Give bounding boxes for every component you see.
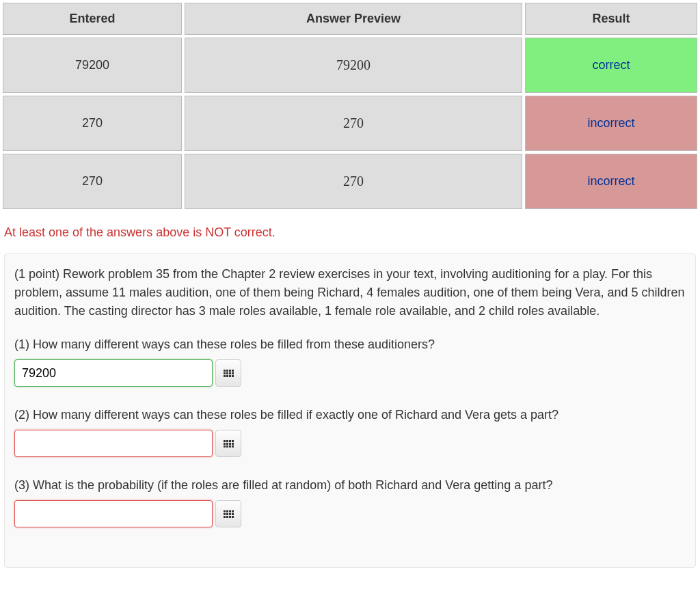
table-row: 270 270 incorrect [3, 96, 697, 151]
results-table: Entered Answer Preview Result 79200 7920… [0, 0, 700, 212]
question-3-prompt: (3) What is the probability (if the role… [14, 476, 686, 495]
table-row: 270 270 incorrect [3, 154, 697, 209]
cell-preview: 79200 [185, 38, 522, 93]
cell-entered: 270 [3, 154, 182, 209]
table-row: 79200 79200 correct [3, 38, 697, 93]
header-preview: Answer Preview [185, 3, 522, 35]
answer-input-3[interactable] [14, 500, 213, 527]
keypad-button-2[interactable] [215, 430, 241, 457]
answer-input-2[interactable] [14, 430, 213, 457]
cell-result: incorrect [525, 154, 697, 209]
keypad-icon [224, 510, 234, 518]
cell-preview: 270 [185, 96, 522, 151]
cell-result: incorrect [525, 96, 697, 151]
header-entered: Entered [3, 3, 182, 35]
answer-row-1 [14, 359, 686, 387]
keypad-icon [224, 440, 234, 447]
header-result: Result [525, 3, 697, 35]
error-message: At least one of the answers above is NOT… [4, 225, 700, 240]
keypad-button-1[interactable] [215, 359, 241, 387]
cell-entered: 270 [3, 96, 182, 151]
question-2-prompt: (2) How many different ways can these ro… [14, 406, 686, 424]
cell-entered: 79200 [3, 38, 182, 93]
answer-row-2 [14, 430, 686, 457]
answer-input-1[interactable] [14, 359, 213, 387]
cell-preview: 270 [185, 154, 522, 209]
cell-result: correct [525, 38, 697, 93]
keypad-button-3[interactable] [215, 500, 241, 527]
question-1-prompt: (1) How many different ways can these ro… [14, 335, 686, 354]
answer-row-3 [14, 500, 686, 527]
keypad-icon [224, 370, 234, 377]
problem-box: (1 point) Rework problem 35 from the Cha… [4, 253, 696, 568]
problem-intro: (1 point) Rework problem 35 from the Cha… [14, 265, 686, 320]
